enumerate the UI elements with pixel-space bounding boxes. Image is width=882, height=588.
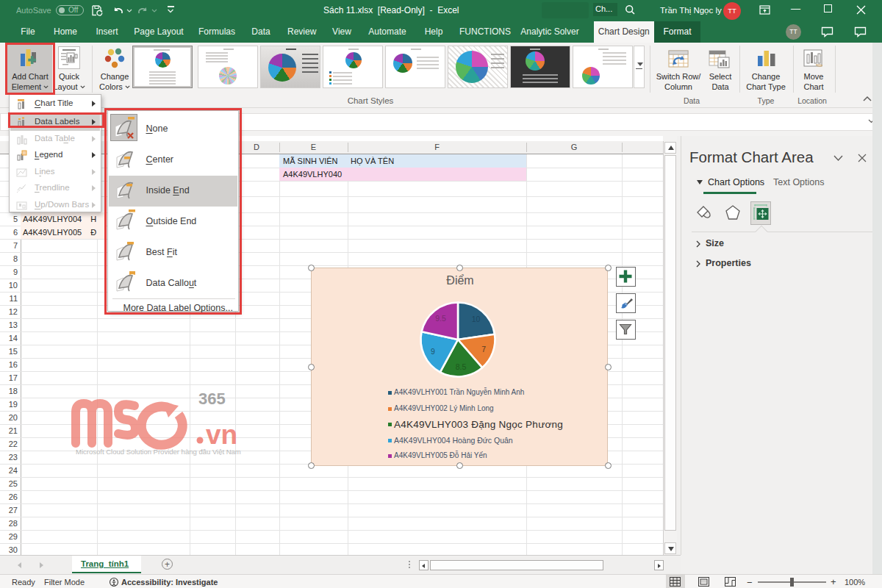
svg-text:9.5: 9.5 <box>435 314 446 323</box>
svg-text:8.5: 8.5 <box>456 362 467 371</box>
svg-text:vn: vn <box>206 420 237 450</box>
svg-text:10: 10 <box>472 315 481 323</box>
svg-text:365: 365 <box>198 390 226 408</box>
svg-text:7: 7 <box>481 345 486 354</box>
svg-text:9: 9 <box>431 347 435 356</box>
svg-text:Microsoft Cloud Solution Provi: Microsoft Cloud Solution Provider hàng đ… <box>76 448 241 456</box>
